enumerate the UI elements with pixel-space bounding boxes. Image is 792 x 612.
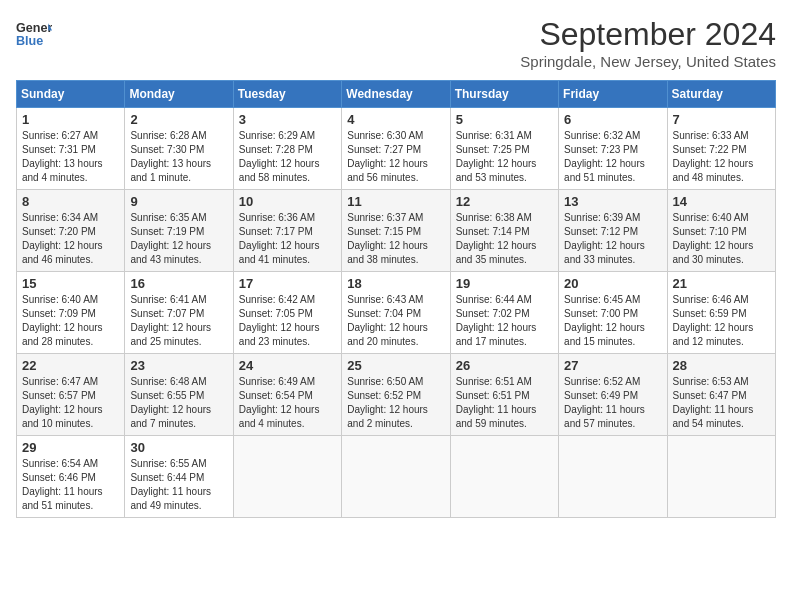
day-header-thursday: Thursday [450,81,558,108]
calendar-day: 26Sunrise: 6:51 AMSunset: 6:51 PMDayligh… [450,354,558,436]
day-number: 16 [130,276,227,291]
day-info: Sunrise: 6:27 AMSunset: 7:31 PMDaylight:… [22,129,119,185]
calendar-day: 19Sunrise: 6:44 AMSunset: 7:02 PMDayligh… [450,272,558,354]
calendar-day: 10Sunrise: 6:36 AMSunset: 7:17 PMDayligh… [233,190,341,272]
logo: General Blue [16,16,52,52]
day-info: Sunrise: 6:43 AMSunset: 7:04 PMDaylight:… [347,293,444,349]
calendar-day: 6Sunrise: 6:32 AMSunset: 7:23 PMDaylight… [559,108,667,190]
calendar-day: 8Sunrise: 6:34 AMSunset: 7:20 PMDaylight… [17,190,125,272]
calendar-day: 7Sunrise: 6:33 AMSunset: 7:22 PMDaylight… [667,108,775,190]
calendar-day: 9Sunrise: 6:35 AMSunset: 7:19 PMDaylight… [125,190,233,272]
day-info: Sunrise: 6:30 AMSunset: 7:27 PMDaylight:… [347,129,444,185]
day-info: Sunrise: 6:47 AMSunset: 6:57 PMDaylight:… [22,375,119,431]
day-number: 3 [239,112,336,127]
calendar-day: 11Sunrise: 6:37 AMSunset: 7:15 PMDayligh… [342,190,450,272]
day-info: Sunrise: 6:39 AMSunset: 7:12 PMDaylight:… [564,211,661,267]
day-number: 22 [22,358,119,373]
day-number: 17 [239,276,336,291]
calendar-day: 12Sunrise: 6:38 AMSunset: 7:14 PMDayligh… [450,190,558,272]
day-info: Sunrise: 6:34 AMSunset: 7:20 PMDaylight:… [22,211,119,267]
calendar-header-row: SundayMondayTuesdayWednesdayThursdayFrid… [17,81,776,108]
day-number: 26 [456,358,553,373]
day-info: Sunrise: 6:33 AMSunset: 7:22 PMDaylight:… [673,129,770,185]
day-number: 14 [673,194,770,209]
day-number: 1 [22,112,119,127]
day-number: 21 [673,276,770,291]
day-info: Sunrise: 6:40 AMSunset: 7:09 PMDaylight:… [22,293,119,349]
logo-icon: General Blue [16,16,52,52]
day-info: Sunrise: 6:55 AMSunset: 6:44 PMDaylight:… [130,457,227,513]
calendar-day: 23Sunrise: 6:48 AMSunset: 6:55 PMDayligh… [125,354,233,436]
calendar-day: 16Sunrise: 6:41 AMSunset: 7:07 PMDayligh… [125,272,233,354]
location-title: Springdale, New Jersey, United States [520,53,776,70]
calendar-day: 14Sunrise: 6:40 AMSunset: 7:10 PMDayligh… [667,190,775,272]
day-header-tuesday: Tuesday [233,81,341,108]
calendar-day [667,436,775,518]
calendar-day: 20Sunrise: 6:45 AMSunset: 7:00 PMDayligh… [559,272,667,354]
svg-text:Blue: Blue [16,34,43,48]
day-number: 2 [130,112,227,127]
day-info: Sunrise: 6:40 AMSunset: 7:10 PMDaylight:… [673,211,770,267]
calendar-week-5: 29Sunrise: 6:54 AMSunset: 6:46 PMDayligh… [17,436,776,518]
calendar-day: 3Sunrise: 6:29 AMSunset: 7:28 PMDaylight… [233,108,341,190]
calendar-week-4: 22Sunrise: 6:47 AMSunset: 6:57 PMDayligh… [17,354,776,436]
calendar-day: 30Sunrise: 6:55 AMSunset: 6:44 PMDayligh… [125,436,233,518]
day-number: 8 [22,194,119,209]
month-title: September 2024 [520,16,776,53]
day-info: Sunrise: 6:52 AMSunset: 6:49 PMDaylight:… [564,375,661,431]
day-info: Sunrise: 6:46 AMSunset: 6:59 PMDaylight:… [673,293,770,349]
calendar-week-3: 15Sunrise: 6:40 AMSunset: 7:09 PMDayligh… [17,272,776,354]
calendar-body: 1Sunrise: 6:27 AMSunset: 7:31 PMDaylight… [17,108,776,518]
day-number: 18 [347,276,444,291]
calendar-day: 18Sunrise: 6:43 AMSunset: 7:04 PMDayligh… [342,272,450,354]
calendar-day: 28Sunrise: 6:53 AMSunset: 6:47 PMDayligh… [667,354,775,436]
day-number: 15 [22,276,119,291]
day-info: Sunrise: 6:54 AMSunset: 6:46 PMDaylight:… [22,457,119,513]
title-area: September 2024 Springdale, New Jersey, U… [520,16,776,70]
day-info: Sunrise: 6:31 AMSunset: 7:25 PMDaylight:… [456,129,553,185]
calendar-day: 4Sunrise: 6:30 AMSunset: 7:27 PMDaylight… [342,108,450,190]
day-info: Sunrise: 6:51 AMSunset: 6:51 PMDaylight:… [456,375,553,431]
day-number: 13 [564,194,661,209]
calendar-day: 29Sunrise: 6:54 AMSunset: 6:46 PMDayligh… [17,436,125,518]
day-info: Sunrise: 6:53 AMSunset: 6:47 PMDaylight:… [673,375,770,431]
calendar-day: 22Sunrise: 6:47 AMSunset: 6:57 PMDayligh… [17,354,125,436]
day-info: Sunrise: 6:36 AMSunset: 7:17 PMDaylight:… [239,211,336,267]
calendar-week-1: 1Sunrise: 6:27 AMSunset: 7:31 PMDaylight… [17,108,776,190]
day-header-wednesday: Wednesday [342,81,450,108]
day-info: Sunrise: 6:41 AMSunset: 7:07 PMDaylight:… [130,293,227,349]
day-number: 29 [22,440,119,455]
day-number: 11 [347,194,444,209]
day-info: Sunrise: 6:38 AMSunset: 7:14 PMDaylight:… [456,211,553,267]
calendar-day [450,436,558,518]
day-info: Sunrise: 6:50 AMSunset: 6:52 PMDaylight:… [347,375,444,431]
calendar-week-2: 8Sunrise: 6:34 AMSunset: 7:20 PMDaylight… [17,190,776,272]
day-number: 5 [456,112,553,127]
day-number: 27 [564,358,661,373]
day-number: 4 [347,112,444,127]
day-info: Sunrise: 6:28 AMSunset: 7:30 PMDaylight:… [130,129,227,185]
day-number: 23 [130,358,227,373]
calendar-day: 24Sunrise: 6:49 AMSunset: 6:54 PMDayligh… [233,354,341,436]
day-number: 25 [347,358,444,373]
calendar-day [342,436,450,518]
day-header-saturday: Saturday [667,81,775,108]
day-number: 30 [130,440,227,455]
day-header-monday: Monday [125,81,233,108]
day-number: 10 [239,194,336,209]
day-info: Sunrise: 6:37 AMSunset: 7:15 PMDaylight:… [347,211,444,267]
calendar-table: SundayMondayTuesdayWednesdayThursdayFrid… [16,80,776,518]
day-number: 28 [673,358,770,373]
calendar-day: 13Sunrise: 6:39 AMSunset: 7:12 PMDayligh… [559,190,667,272]
calendar-day: 21Sunrise: 6:46 AMSunset: 6:59 PMDayligh… [667,272,775,354]
day-number: 9 [130,194,227,209]
day-number: 24 [239,358,336,373]
day-number: 12 [456,194,553,209]
day-info: Sunrise: 6:32 AMSunset: 7:23 PMDaylight:… [564,129,661,185]
day-number: 6 [564,112,661,127]
day-info: Sunrise: 6:44 AMSunset: 7:02 PMDaylight:… [456,293,553,349]
day-number: 20 [564,276,661,291]
calendar-day [559,436,667,518]
calendar-day: 5Sunrise: 6:31 AMSunset: 7:25 PMDaylight… [450,108,558,190]
calendar-day: 25Sunrise: 6:50 AMSunset: 6:52 PMDayligh… [342,354,450,436]
